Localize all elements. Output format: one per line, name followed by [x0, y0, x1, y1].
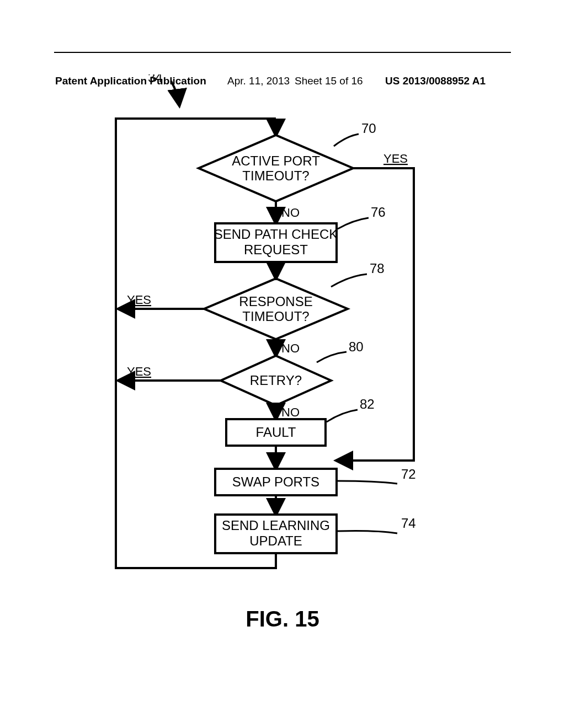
ref-72: 72	[401, 467, 416, 481]
d78-line1: RESPONSE	[239, 294, 312, 309]
edge-d78-no-label: NO	[281, 341, 300, 355]
edge-d78-no: NO	[276, 339, 300, 356]
ref-78: 78	[370, 261, 385, 276]
process-send-path-check-request: SEND PATH CHECK REQUEST 76	[214, 205, 386, 262]
b74-line2: UPDATE	[249, 533, 302, 548]
decision-response-timeout: RESPONSE TIMEOUT? 78	[204, 261, 385, 339]
edge-d70-yes: YES	[337, 152, 414, 461]
edge-d78-yes: YES	[119, 293, 204, 309]
b74-line1: SEND LEARNING	[222, 518, 330, 533]
ref-74: 74	[401, 516, 416, 531]
edge-d80-yes-label: YES	[127, 365, 151, 378]
ref-80: 80	[349, 339, 364, 354]
d80-line1: RETRY?	[250, 373, 302, 388]
b76-line2: REQUEST	[244, 242, 308, 257]
edge-d80-no: NO	[276, 405, 300, 419]
header-rule	[54, 52, 511, 53]
edge-d70-no-label: NO	[281, 206, 300, 220]
entry-arrow: 34	[148, 74, 179, 105]
process-send-learning-update: SEND LEARNING UPDATE 74	[215, 515, 416, 553]
edge-d80-no-label: NO	[281, 405, 300, 419]
process-fault: FAULT 82	[226, 397, 375, 446]
d70-line2: TIMEOUT?	[242, 168, 309, 183]
b76-line1: SEND PATH CHECK	[214, 227, 338, 242]
figure-caption: FIG. 15	[0, 607, 565, 631]
ref-70: 70	[361, 121, 376, 136]
d70-line1: ACTIVE PORT	[232, 153, 320, 168]
edge-d78-yes-label: YES	[127, 293, 151, 307]
ref-76: 76	[371, 205, 386, 220]
edge-d70-no: NO	[276, 201, 300, 223]
b82-line1: FAULT	[256, 425, 296, 440]
flowchart-diagram: 34 ACTIVE PORT TIMEOUT? 70 YES NO SEND P…	[88, 74, 475, 587]
edge-d70-yes-label: YES	[383, 152, 408, 165]
process-swap-ports: SWAP PORTS 72	[215, 467, 416, 495]
decision-active-port-timeout: ACTIVE PORT TIMEOUT? 70	[199, 121, 376, 201]
b72-line1: SWAP PORTS	[232, 474, 319, 489]
edge-d80-yes: YES	[119, 365, 221, 381]
d78-line2: TIMEOUT?	[242, 309, 309, 324]
ref-34: 34	[148, 74, 163, 85]
ref-82: 82	[360, 397, 375, 411]
